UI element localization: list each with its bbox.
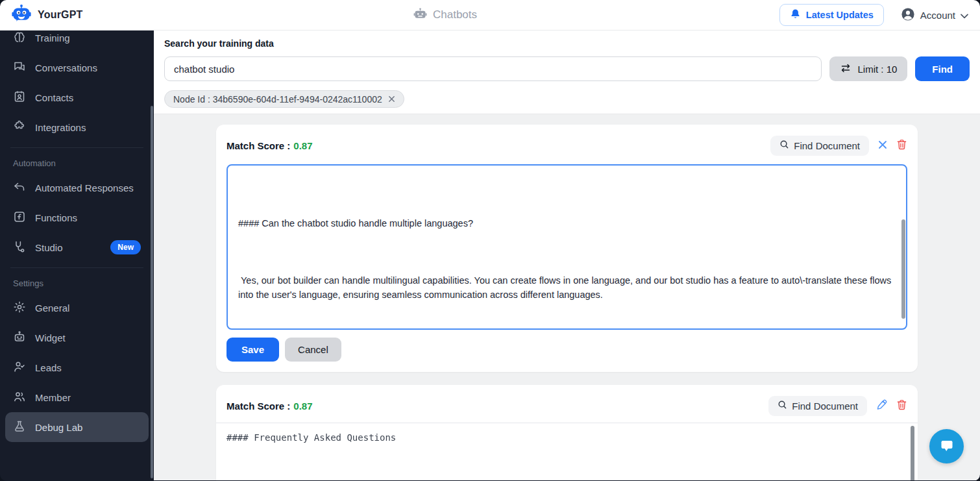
find-document-label: Find Document (792, 401, 858, 412)
chevron-down-icon (961, 10, 968, 21)
sidebar-item-label: Member (35, 392, 71, 403)
trash-icon (896, 399, 907, 412)
chatbots-label: Chatbots (433, 8, 477, 21)
delete-button[interactable] (896, 139, 907, 152)
find-document-label: Find Document (794, 140, 860, 151)
sidebar-item-studio[interactable]: Studio New (0, 232, 154, 262)
studio-new-badge: New (110, 240, 141, 254)
brand-name: YourGPT (38, 9, 83, 21)
results-list: Match Score : 0.87 Find Document (154, 114, 980, 480)
match-score-value: 0.87 (293, 401, 312, 412)
chip-label: Node Id : 34b6590e-604d-11ef-9494-0242ac… (173, 94, 382, 105)
sidebar-item-automated-responses[interactable]: Automated Responses (0, 173, 154, 203)
save-button[interactable]: Save (227, 338, 279, 362)
find-document-button[interactable]: Find Document (770, 136, 869, 156)
account-avatar-icon (901, 7, 915, 23)
search-icon (779, 140, 789, 151)
sidebar-item-label: Functions (35, 212, 77, 223)
people-icon (13, 390, 26, 405)
textarea-scrollbar[interactable] (901, 219, 905, 319)
sidebar-item-label: Contacts (35, 92, 73, 103)
studio-icon (13, 240, 26, 255)
main-content: Search your training data Limit : 10 Fin… (154, 31, 980, 480)
content-text: #### Frequently Asked Questions (227, 432, 907, 443)
account-menu[interactable]: Account (901, 7, 968, 23)
widget-robot-icon (13, 330, 26, 345)
sidebar-section-settings: Settings (0, 273, 154, 293)
top-header: YourGPT Chatbots (0, 0, 980, 31)
search-panel: Search your training data Limit : 10 Fin… (154, 31, 980, 114)
chat-bubble-icon (937, 435, 957, 458)
nav-chatbots[interactable]: Chatbots (413, 0, 477, 30)
close-edit-button[interactable] (878, 140, 887, 151)
latest-updates-button[interactable]: Latest Updates (779, 4, 884, 26)
latest-updates-label: Latest Updates (806, 10, 874, 20)
sidebar-item-debug-lab[interactable]: Debug Lab (5, 412, 149, 442)
sidebar-item-training[interactable]: Training (0, 31, 154, 53)
sidebar-item-label: Training (35, 32, 70, 43)
sidebar-item-leads[interactable]: Leads (0, 352, 154, 382)
person-check-icon (13, 360, 26, 375)
account-label: Account (920, 10, 955, 21)
sidebar-divider (10, 147, 143, 148)
limit-label: Limit : 10 (857, 64, 897, 75)
search-icon (778, 400, 787, 412)
match-score-label: Match Score : (227, 401, 290, 412)
chat-widget-fab[interactable] (929, 429, 964, 463)
sidebar-item-functions[interactable]: Functions (0, 203, 154, 232)
integrations-icon (13, 120, 26, 135)
close-icon (878, 140, 887, 151)
chatbots-robot-icon (413, 7, 427, 23)
sidebar-item-label: General (35, 302, 69, 314)
sidebar-item-label: Conversations (35, 62, 97, 73)
app-window: YourGPT Chatbots (0, 0, 980, 481)
result-card-2: Match Score : 0.87 Find Document (216, 385, 918, 480)
sidebar-scrollbar[interactable] (151, 106, 153, 478)
chip-remove-icon[interactable] (388, 95, 395, 104)
search-label: Search your training data (164, 37, 970, 50)
sidebar-item-integrations[interactable]: Integrations (0, 112, 154, 142)
node-id-filter-chip: Node Id : 34b6590e-604d-11ef-9494-0242ac… (164, 90, 404, 108)
sidebar-item-label: Integrations (35, 122, 86, 133)
conversations-icon (13, 60, 26, 75)
limit-button[interactable]: Limit : 10 (829, 56, 907, 81)
sidebar-item-widget[interactable]: Widget (0, 323, 154, 352)
contacts-icon (13, 90, 26, 105)
pencil-icon (876, 399, 887, 412)
sidebar-item-conversations[interactable]: Conversations (0, 53, 154, 82)
sidebar-item-label: Debug Lab (35, 422, 82, 433)
sidebar-item-member[interactable]: Member (0, 382, 154, 412)
flask-icon (13, 420, 26, 435)
trash-icon (896, 139, 907, 152)
sidebar-item-contacts[interactable]: Contacts (0, 82, 154, 112)
sidebar-section-automation: Automation (0, 153, 154, 173)
yourgpt-logo-icon (12, 4, 31, 26)
reply-arrow-icon (13, 180, 26, 195)
delete-button[interactable] (896, 399, 907, 412)
gear-icon (13, 301, 26, 315)
training-content-editor[interactable]: #### Can the chatbot studio handle multi… (227, 164, 907, 330)
find-button[interactable]: Find (915, 56, 970, 81)
bell-icon (790, 8, 801, 21)
find-document-button[interactable]: Find Document (768, 396, 867, 416)
swap-arrows-icon (840, 62, 851, 76)
search-input[interactable] (164, 56, 822, 81)
functions-icon (13, 210, 26, 225)
sidebar-item-general[interactable]: General (0, 293, 154, 323)
sidebar-item-label: Automated Responses (35, 182, 134, 193)
edit-button[interactable] (876, 399, 887, 412)
match-score-value: 0.87 (293, 140, 312, 151)
sidebar: Training Conversations (0, 31, 154, 480)
content-scrollbar[interactable] (911, 426, 914, 480)
sidebar-item-label: Widget (35, 332, 66, 343)
sidebar-item-label: Studio (35, 242, 63, 253)
brand[interactable]: YourGPT (12, 4, 83, 26)
cancel-button[interactable]: Cancel (285, 338, 341, 362)
sidebar-item-label: Leads (35, 362, 62, 373)
result-card-1: Match Score : 0.87 Find Document (216, 125, 918, 372)
match-score-label: Match Score : (227, 140, 290, 151)
sidebar-divider (10, 267, 143, 268)
training-icon (13, 31, 26, 45)
training-content-viewer[interactable]: #### Frequently Asked Questions (216, 423, 918, 480)
